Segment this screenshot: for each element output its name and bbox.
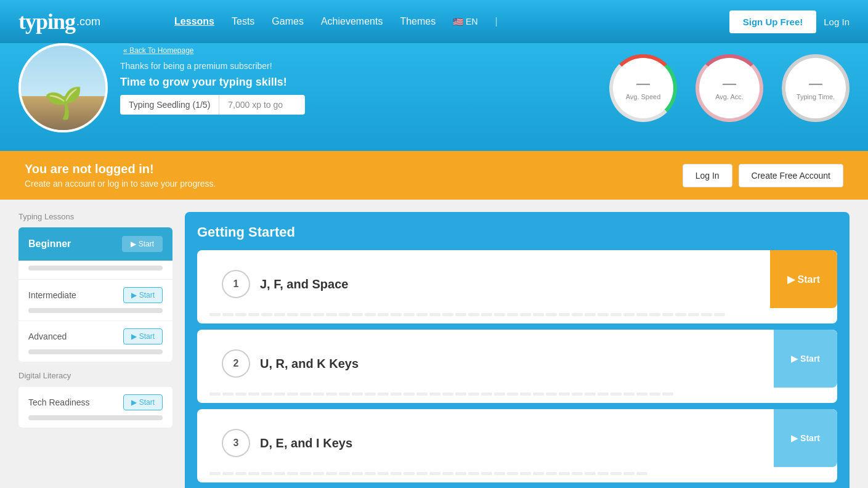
lesson-row-3-left: 3 D, E, and I Keys	[197, 409, 769, 467]
avg-speed-value: —	[636, 76, 650, 92]
lesson-card-1: 1 J, F, and Space ▶ Start	[197, 250, 837, 323]
alert-subtitle: Create an account or log in to save your…	[25, 179, 216, 189]
logo-dotcom: .com	[76, 15, 100, 28]
lesson-title-3: D, E, and I Keys	[260, 436, 759, 450]
sidebar-beginner-group: Beginner ▶ Start Intermediate ▶ Start	[18, 227, 172, 362]
nav-games[interactable]: Games	[272, 16, 304, 27]
lesson-row-1: 1 J, F, and Space ▶ Start	[197, 250, 837, 308]
beginner-progress-bar	[28, 266, 163, 270]
lesson-card-3: 3 D, E, and I Keys ▶ Start	[197, 409, 837, 482]
signup-button[interactable]: Sign Up Free!	[729, 10, 817, 33]
sidebar-beginner-title: Beginner	[28, 238, 71, 250]
level-bar: Typing Seedling (1/5) 7,000 xp to go	[120, 95, 305, 115]
lesson-number-1: 1	[222, 270, 250, 298]
alert-banner: You are not logged in! Create an account…	[0, 151, 868, 200]
hero-section: « Back To Homepage 🌱 Thanks for being a …	[0, 43, 868, 151]
nav-achievements[interactable]: Achievements	[321, 16, 383, 27]
nav-divider: |	[495, 16, 498, 27]
typing-time-value: —	[809, 76, 822, 92]
avg-acc-value: —	[723, 76, 736, 92]
hero-info: Thanks for being a premium subscriber! T…	[120, 61, 305, 115]
intermediate-progress-bar	[28, 308, 163, 313]
nav-themes[interactable]: Themes	[400, 16, 436, 27]
sidebar-tech-readiness-item: Tech Readiness ▶ Start	[18, 386, 172, 428]
sidebar-beginner-header: Beginner ▶ Start	[18, 227, 172, 261]
level-label: Typing Seedling (1/5)	[120, 95, 219, 115]
sidebar-tech-readiness-group: Tech Readiness ▶ Start	[18, 386, 172, 428]
advanced-progress-bar	[28, 349, 163, 354]
avg-acc-stat: — Avg. Acc.	[696, 54, 763, 122]
nav-lessons[interactable]: Lessons	[174, 16, 214, 27]
stats-area: — Avg. Speed — Avg. Acc. — Typing Time.	[609, 54, 850, 122]
sidebar-section-title-1: Typing Lessons	[18, 212, 172, 221]
lesson-1-start-button[interactable]: ▶ Start	[770, 250, 837, 308]
lesson-row-3: 3 D, E, and I Keys ▶ Start	[197, 409, 837, 467]
avg-speed-stat: — Avg. Speed	[609, 54, 677, 122]
main-content: Typing Lessons Beginner ▶ Start Intermed…	[0, 200, 868, 488]
plant-icon: 🌱	[44, 85, 83, 121]
sidebar-intermediate-title: Intermediate	[28, 290, 76, 300]
sidebar-advanced-item: Advanced ▶ Start	[18, 320, 172, 362]
lesson-row-2: 2 U, R, and K Keys ▶ Start	[197, 330, 837, 388]
alert-title: You are not logged in!	[25, 162, 216, 176]
hero-thanks: Thanks for being a premium subscriber!	[120, 61, 305, 71]
sidebar: Typing Lessons Beginner ▶ Start Intermed…	[18, 212, 172, 488]
back-to-homepage-link[interactable]: « Back To Homepage	[123, 46, 194, 55]
lesson-title-2: U, R, and K Keys	[260, 357, 759, 371]
sidebar-tech-readiness-header: Tech Readiness ▶ Start	[28, 394, 163, 410]
hero-grow: Time to grow your typing skills!	[120, 76, 305, 89]
language-selector[interactable]: 🇺🇸 EN	[453, 17, 477, 26]
avg-acc-label: Avg. Acc.	[715, 93, 744, 100]
lessons-panel: Getting Started 1 J, F, and Space ▶ Star…	[185, 212, 850, 488]
header: typing .com Lessons Tests Games Achievem…	[0, 0, 868, 43]
sidebar-tech-readiness-start-button[interactable]: ▶ Start	[123, 394, 163, 410]
nav-tests[interactable]: Tests	[232, 16, 254, 27]
lessons-panel-title: Getting Started	[197, 224, 837, 240]
sidebar-advanced-title: Advanced	[28, 331, 67, 341]
typing-time-label: Typing Time.	[797, 93, 835, 100]
lesson-2-start-button[interactable]: ▶ Start	[774, 330, 837, 388]
logo-area: typing .com	[18, 9, 100, 35]
lesson-row-1-left: 1 J, F, and Space	[197, 250, 765, 308]
alert-text: You are not logged in! Create an account…	[25, 162, 216, 189]
lesson-number-2: 2	[222, 349, 250, 378]
sidebar-beginner-start-button[interactable]: ▶ Start	[122, 236, 163, 252]
lesson-title-1: J, F, and Space	[260, 277, 755, 291]
lesson-1-dots	[197, 308, 837, 323]
sidebar-intermediate-start-button[interactable]: ▶ Start	[123, 287, 163, 303]
sidebar-beginner-progress	[18, 261, 172, 279]
sidebar-intermediate-item: Intermediate ▶ Start	[18, 279, 172, 320]
sidebar-section-title-2: Digital Literacy	[18, 371, 172, 380]
alert-login-button[interactable]: Log In	[683, 164, 732, 187]
sidebar-section-2: Digital Literacy Tech Readiness ▶ Start	[18, 371, 172, 428]
logo-typing: typing	[18, 9, 75, 35]
lesson-card-2: 2 U, R, and K Keys ▶ Start	[197, 330, 837, 403]
alert-buttons: Log In Create Free Account	[683, 164, 843, 187]
sidebar-advanced-start-button[interactable]: ▶ Start	[123, 328, 163, 344]
xp-text: 7,000 xp to go	[219, 95, 291, 115]
sidebar-intermediate-header: Intermediate ▶ Start	[28, 287, 163, 303]
avg-speed-label: Avg. Speed	[626, 93, 661, 100]
main-nav: Lessons Tests Games Achievements Themes …	[174, 16, 498, 27]
lesson-2-dots	[197, 388, 837, 403]
alert-create-button[interactable]: Create Free Account	[739, 164, 843, 187]
header-login-button[interactable]: Log In	[824, 17, 850, 27]
lesson-number-3: 3	[222, 429, 250, 457]
sidebar-advanced-header: Advanced ▶ Start	[28, 328, 163, 344]
sidebar-tech-readiness-title: Tech Readiness	[28, 397, 90, 407]
lesson-3-dots	[197, 467, 837, 482]
typing-time-stat: — Typing Time.	[782, 54, 850, 122]
lesson-row-2-left: 2 U, R, and K Keys	[197, 330, 769, 388]
header-right: Sign Up Free! Log In	[729, 10, 850, 33]
avatar: 🌱	[18, 43, 108, 132]
lesson-3-start-button[interactable]: ▶ Start	[774, 409, 837, 467]
tech-readiness-progress-bar	[28, 415, 163, 420]
